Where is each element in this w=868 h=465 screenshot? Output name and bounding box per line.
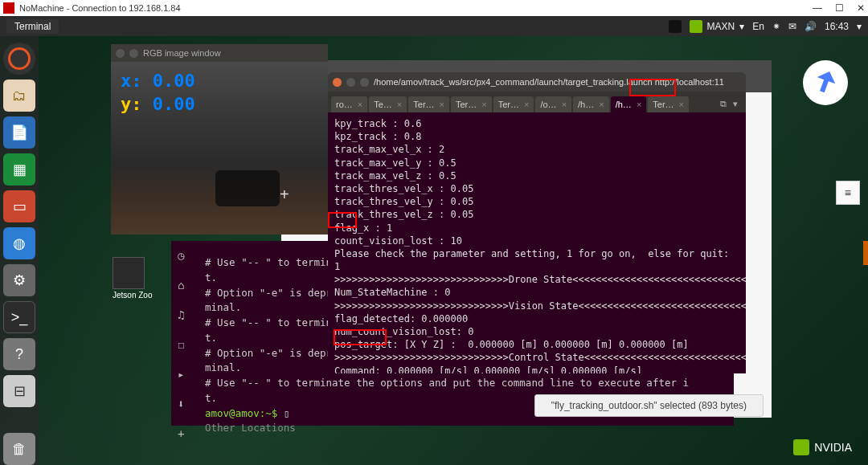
app-icon[interactable]: ◍ xyxy=(3,227,35,259)
terminal-icon[interactable]: >_ xyxy=(3,301,35,333)
tab-close-icon[interactable]: × xyxy=(397,100,402,109)
terminal-tab[interactable]: Ter…× xyxy=(408,96,449,112)
terminal-tab[interactable]: /h…× xyxy=(573,96,609,112)
tab-dropdown-icon[interactable]: ⧉ xyxy=(720,99,727,109)
jetson-zoo-shortcut[interactable]: Jetson Zoo xyxy=(113,257,152,300)
terminal-output[interactable]: kpy_track : 0.6 kpz_track : 0.8 track_ma… xyxy=(328,112,746,373)
terminal-tab[interactable]: /h…× xyxy=(611,96,647,112)
shell-prompt: amov@amov:~$ xyxy=(205,407,284,419)
terminal-tab[interactable]: ro…× xyxy=(331,96,367,112)
activities-icon[interactable] xyxy=(3,43,35,75)
floating-app-icon[interactable] xyxy=(803,60,848,105)
rgb-window-titlebar[interactable]: RGB image window xyxy=(111,44,328,62)
main-terminal-window[interactable]: /home/amov/track_ws/src/px4_command/laun… xyxy=(328,72,746,373)
files-icon[interactable]: 🗂 xyxy=(3,80,35,112)
tab-label: Ter… xyxy=(653,100,674,109)
remote-desktop: Terminal MAXN ▾ En ⁕ ✉ 🔊 16:43 ▾ 🗂 📄 ▦ ▭… xyxy=(0,16,868,465)
places-sidebar: ◷ ⌂ ♫ ☐ ▸ ⬇ + xyxy=(178,247,184,443)
crosshair-icon: + xyxy=(280,186,289,204)
terminal-tab[interactable]: Te…× xyxy=(369,96,407,112)
hamburger-menu-icon[interactable]: ≡ xyxy=(836,181,860,205)
terminal-tab[interactable]: /o…× xyxy=(535,96,571,112)
panel-system-icon[interactable] xyxy=(669,20,682,33)
terminal-tab[interactable]: Ter…× xyxy=(648,96,689,112)
highlight-input-1 xyxy=(328,212,357,228)
tab-close-icon[interactable]: × xyxy=(481,100,486,109)
tab-close-icon[interactable]: × xyxy=(562,100,567,109)
window-title: NoMachine - Connection to 192.168.1.84 xyxy=(19,3,181,13)
gnome-top-panel: Terminal MAXN ▾ En ⁕ ✉ 🔊 16:43 ▾ xyxy=(0,16,868,36)
tab-label: /h… xyxy=(578,100,594,109)
tab-label: /h… xyxy=(616,100,632,109)
terminal-tab[interactable]: Ter…× xyxy=(493,96,534,112)
add-location-icon[interactable]: + xyxy=(178,426,184,443)
tab-close-icon[interactable]: × xyxy=(440,100,444,109)
tab-label: /o… xyxy=(540,100,556,109)
tab-label: ro… xyxy=(336,100,353,109)
maximize-button[interactable]: ☐ xyxy=(835,2,844,14)
cursor: ▯ xyxy=(284,407,290,419)
jetson-zoo-label: Jetson Zoo xyxy=(113,291,152,300)
highlight-input-777 xyxy=(334,329,387,345)
music-icon[interactable]: ♫ xyxy=(178,307,184,324)
file-selection-status: "fly_tracking_outdoor.sh" selected (893 … xyxy=(534,394,764,417)
other-locations-label[interactable]: Other Locations xyxy=(205,422,296,434)
tab-label: Te… xyxy=(374,100,392,109)
chevron-down-icon: ▾ xyxy=(739,21,744,32)
writer-icon[interactable]: 📄 xyxy=(3,116,35,149)
help-icon[interactable]: ? xyxy=(3,338,35,370)
calc-icon[interactable]: ▦ xyxy=(3,153,35,186)
fm-sidebar-tab xyxy=(863,241,868,265)
minimize-button[interactable]: — xyxy=(813,2,822,14)
tab-close-icon[interactable]: × xyxy=(358,100,362,109)
tab-close-icon[interactable]: × xyxy=(599,100,604,109)
power-mode-label: MAXN xyxy=(707,21,735,32)
tab-menu-icon[interactable]: ▾ xyxy=(733,99,738,109)
overlay-x-label: x: xyxy=(121,71,142,91)
bluetooth-icon[interactable]: ⁕ xyxy=(772,21,780,32)
power-mode-indicator[interactable]: MAXN ▾ xyxy=(690,20,745,33)
recent-icon[interactable]: ◷ xyxy=(178,247,184,264)
overlay-x-value: 0.00 xyxy=(153,71,195,91)
tab-close-icon[interactable]: × xyxy=(524,100,529,109)
mail-icon[interactable]: ✉ xyxy=(788,21,796,32)
downloads-icon[interactable]: ⬇ xyxy=(178,396,184,413)
window-controls: — ☐ ✕ xyxy=(813,2,865,14)
overlay-y-value: 0.00 xyxy=(153,94,195,114)
nvidia-swirl-icon xyxy=(793,439,809,455)
tab-close-icon[interactable]: × xyxy=(679,100,684,109)
ubuntu-launcher: 🗂 📄 ▦ ▭ ◍ ⚙ >_ ? ⊟ 🗑 xyxy=(0,36,39,465)
rgb-min-icon[interactable] xyxy=(129,49,138,58)
nvidia-logo: NVIDIA xyxy=(793,439,852,455)
activities[interactable]: Terminal xyxy=(6,19,59,34)
nvidia-icon xyxy=(690,20,702,33)
rgb-video-feed: x: 0.00 y: 0.00 + xyxy=(111,62,328,235)
mt-min-icon[interactable] xyxy=(346,78,355,87)
terminal-tabs: ro…×Te…×Ter…×Ter…×Ter…×/o…×/h…×/h…×Ter…×… xyxy=(328,92,746,112)
nomachine-icon xyxy=(3,2,14,14)
pictures-icon[interactable]: ☐ xyxy=(178,337,184,353)
settings-icon[interactable]: ⚙ xyxy=(3,264,35,296)
tab-close-icon[interactable]: × xyxy=(637,100,641,109)
mt-title: /home/amov/track_ws/src/px4_command/laun… xyxy=(374,77,741,87)
tab-label: Ter… xyxy=(413,100,434,109)
rgb-window-title: RGB image window xyxy=(143,48,221,58)
rgb-close-icon[interactable] xyxy=(116,49,125,58)
impress-icon[interactable]: ▭ xyxy=(3,190,35,222)
system-menu-icon[interactable]: ▾ xyxy=(857,21,862,32)
videos-icon[interactable]: ▸ xyxy=(178,366,184,383)
home-icon[interactable]: ⌂ xyxy=(178,277,184,294)
highlight-tab xyxy=(629,79,676,96)
clock[interactable]: 16:43 xyxy=(825,21,849,32)
language-indicator[interactable]: En xyxy=(752,21,764,32)
nomachine-titlebar: NoMachine - Connection to 192.168.1.84 —… xyxy=(0,0,868,16)
disk-icon[interactable]: ⊟ xyxy=(3,375,35,407)
trash-icon[interactable]: 🗑 xyxy=(3,433,35,465)
mt-max-icon[interactable] xyxy=(360,78,369,87)
close-button[interactable]: ✕ xyxy=(857,2,865,14)
mt-close-icon[interactable] xyxy=(333,78,342,87)
main-terminal-titlebar[interactable]: /home/amov/track_ws/src/px4_command/laun… xyxy=(328,72,746,92)
rgb-image-window[interactable]: RGB image window x: 0.00 y: 0.00 + xyxy=(111,44,328,235)
volume-icon[interactable]: 🔊 xyxy=(805,21,817,32)
terminal-tab[interactable]: Ter…× xyxy=(451,96,492,112)
